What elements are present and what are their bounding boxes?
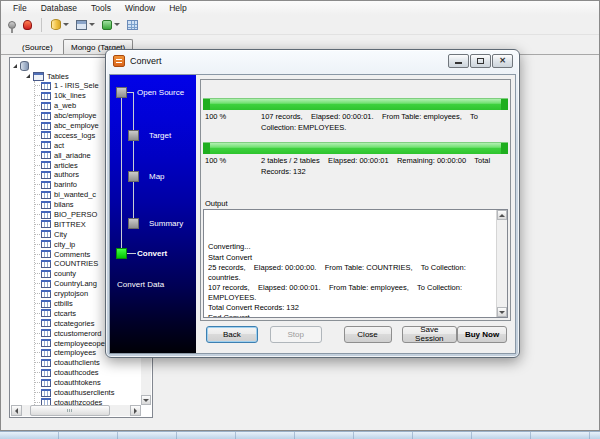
tree-item-label: ctcategories (54, 319, 94, 328)
step-map[interactable]: Map (149, 172, 165, 181)
output-scrollbar[interactable] (496, 210, 507, 317)
stop-button[interactable]: Stop (270, 326, 322, 343)
table-icon (41, 300, 51, 308)
tree-item-label: a_web (54, 101, 76, 110)
table-icon (41, 319, 51, 327)
chevron-down-icon[interactable] (114, 23, 120, 26)
chevron-down-icon[interactable] (89, 23, 95, 26)
table-icon (41, 220, 51, 228)
total-progress-detail: 2 tables / 2 tables Elapsed: 00:00:01 Re… (261, 156, 506, 177)
table-icon (41, 161, 51, 169)
step-summary[interactable]: Summary (149, 219, 183, 228)
toolbar (1, 15, 599, 35)
step-convert-marker (116, 248, 127, 259)
caret-expanded-icon[interactable] (13, 64, 17, 68)
convert-button[interactable] (100, 19, 122, 31)
minimize-icon (455, 62, 462, 64)
step-convert[interactable]: Convert (137, 249, 167, 258)
tree-item[interactable]: ctoauthtokens (35, 378, 141, 388)
disconnect-button[interactable] (21, 19, 34, 31)
step-summary-marker (128, 218, 139, 229)
table-icon (41, 280, 51, 288)
convert-dialog-icon (113, 55, 125, 67)
output-lines: Converting...Start Convert25 records, El… (208, 212, 493, 318)
table-icon (41, 349, 51, 357)
menu-tools[interactable]: Tools (84, 2, 118, 15)
total-progress-row: 100 % 2 tables / 2 tables Elapsed: 00:00… (205, 156, 506, 177)
minimize-button[interactable] (448, 54, 469, 68)
dialog-titlebar[interactable]: Convert ✕ (106, 50, 519, 71)
scroll-left-button[interactable] (11, 405, 22, 416)
tree-item[interactable]: ctoauthclients (35, 358, 141, 368)
table-icon (41, 112, 51, 120)
dialog-button-row: Back Stop Close Save Session Buy Now (206, 325, 507, 343)
tree-node-label: Tables (47, 72, 69, 81)
tree-item-label: city_ip (54, 240, 75, 249)
table-icon (41, 181, 51, 189)
tree-item-label: act (54, 141, 64, 150)
tree-item-label: ctcarts (54, 309, 76, 318)
save-session-button[interactable]: Save Session (402, 326, 458, 343)
export-database-button[interactable] (49, 18, 71, 31)
connect-icon (8, 21, 16, 29)
dialog-content: Open Source Target Map Summary Convert C… (109, 74, 516, 354)
tree-item-label: ctoauthclients (54, 358, 100, 367)
step-target[interactable]: Target (149, 131, 171, 140)
tree-item-label: barinfo (54, 180, 77, 189)
table-icon (41, 122, 51, 130)
menu-file[interactable]: File (6, 2, 34, 15)
menu-window[interactable]: Window (118, 2, 162, 15)
table-icon (41, 171, 51, 179)
menu-help[interactable]: Help (162, 2, 193, 15)
tree-item-label: access_logs (54, 131, 95, 140)
tables-folder-icon (33, 72, 44, 81)
scroll-up-button[interactable] (497, 210, 507, 220)
table-icon (41, 329, 51, 337)
connect-button[interactable] (6, 20, 18, 30)
schema-grid-button[interactable] (125, 19, 140, 31)
menu-database[interactable]: Database (34, 2, 84, 15)
scroll-right-button[interactable] (130, 405, 141, 416)
tree-item[interactable]: ctoauthcodes (35, 368, 141, 378)
caret-expanded-icon[interactable] (26, 74, 30, 78)
table-icon (41, 230, 51, 238)
scroll-down-button[interactable] (497, 307, 507, 317)
tree-item-label: 1 - IRIS_Sele (54, 81, 99, 90)
buy-now-button[interactable]: Buy Now (457, 326, 507, 343)
tree-item-label: ctoauthcodes (54, 368, 99, 377)
tree-item-label: City (54, 230, 67, 239)
table-icon (41, 339, 51, 347)
table-icon (41, 102, 51, 110)
tree-horizontal-scrollbar[interactable] (11, 405, 141, 416)
table-icon (41, 201, 51, 209)
close-dialog-button[interactable]: Close (344, 326, 392, 343)
tab-source[interactable]: (Source) (15, 40, 60, 55)
convert-icon (102, 20, 112, 30)
back-button[interactable]: Back (206, 326, 258, 343)
tree-item-label: bilans (54, 200, 74, 209)
chevron-down-icon[interactable] (63, 23, 69, 26)
table-icon (41, 92, 51, 100)
horizontal-scroll-thumb[interactable] (30, 405, 110, 416)
maximize-button[interactable] (470, 54, 491, 68)
output-line: Total Convert Records: 132 (208, 303, 493, 313)
query-window-button[interactable] (74, 19, 97, 31)
tree-item-label: articles (54, 161, 78, 170)
tree-item[interactable]: ctoauthuserclients (35, 388, 141, 398)
toolbar-separator (41, 18, 42, 32)
step-connector-line (121, 98, 122, 248)
scroll-down-button[interactable] (141, 395, 151, 405)
tree-item-label: ctbills (54, 299, 73, 308)
tree-item-label: ctoauthzcodes (54, 398, 102, 405)
table-icon (41, 260, 51, 268)
step-open-source[interactable]: Open Source (137, 88, 184, 97)
tree-item[interactable]: ctoauthzcodes (35, 398, 141, 406)
table-icon (41, 369, 51, 377)
wizard-steps-panel: Open Source Target Map Summary Convert C… (110, 75, 196, 353)
table-icon (41, 211, 51, 219)
table-icon (41, 191, 51, 199)
tree-item-label: abc/employe (54, 111, 97, 120)
total-progress-percent: 100 % (205, 156, 261, 177)
tree-item-label: abc_employe (54, 121, 99, 130)
close-button[interactable]: ✕ (492, 54, 513, 68)
